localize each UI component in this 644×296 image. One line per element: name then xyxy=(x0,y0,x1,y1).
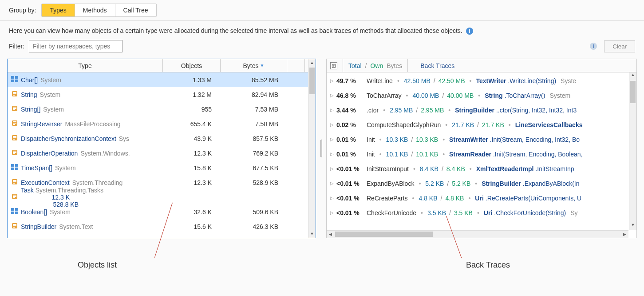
bytes-value: 7.53 MB xyxy=(221,106,287,113)
right-hscrollbar[interactable]: ◀ ▶ xyxy=(327,230,628,238)
own-bytes: 5.2 KB xyxy=(452,180,470,187)
splitter[interactable] xyxy=(320,59,323,238)
table-row[interactable]: StringReverser MassFileProcessing655.4 K… xyxy=(8,116,316,131)
backtrace-row[interactable]: ▷<0.01 %InitStreamInput•8.4 KB/8.4 KB•Xm… xyxy=(327,161,636,176)
scroll-up-icon[interactable]: ▲ xyxy=(308,59,316,67)
expand-icon[interactable]: ▷ xyxy=(330,137,335,142)
table-row[interactable]: Char[] System1.33 M85.52 MB xyxy=(8,72,316,87)
bytes-value: 85.52 MB xyxy=(221,76,287,84)
method-signature: .ExpandByABlock(In xyxy=(523,180,580,187)
expand-icon[interactable]: ▷ xyxy=(330,181,335,186)
expand-icon[interactable]: ▷ xyxy=(330,196,335,200)
expand-icon[interactable]: ▷ xyxy=(330,78,335,83)
svg-rect-15 xyxy=(13,124,15,125)
expand-icon[interactable]: ▷ xyxy=(330,152,335,156)
svg-rect-36 xyxy=(11,208,14,211)
table-row[interactable]: String System1.32 M82.94 MB xyxy=(8,87,316,102)
backtrace-row[interactable]: ▷0.02 %ComputeShapedGlyphRun•21.7 KB/21.… xyxy=(327,117,636,132)
scroll-down-icon[interactable]: ▼ xyxy=(308,230,316,238)
percent-value: <0.01 % xyxy=(336,195,363,202)
table-row[interactable]: TimeSpan[] System15.8 K677.5 KB xyxy=(8,160,316,175)
own-label[interactable]: Own xyxy=(370,62,383,69)
type-namespace: System xyxy=(43,106,64,113)
backtrace-row[interactable]: ▷<0.01 %CheckForUnicode•3.5 KB/3.5 KB•Ur… xyxy=(327,205,636,220)
svg-rect-33 xyxy=(13,195,16,196)
dot-separator: • xyxy=(468,195,470,202)
scroll-thumb[interactable] xyxy=(335,232,433,237)
bytes-value: 7.50 MB xyxy=(221,120,287,128)
table-row[interactable]: StringBuilder System.Text15.6 K426.3 KB xyxy=(8,219,316,234)
info-icon[interactable]: i xyxy=(466,28,473,35)
svg-rect-1 xyxy=(15,76,18,79)
svg-rect-14 xyxy=(13,123,16,124)
backtrace-row[interactable]: ▷0.01 %Init•10.1 KB/10.1 KB•StreamReader… xyxy=(327,147,636,161)
column-bytes[interactable]: Bytes▼ xyxy=(221,59,287,72)
namespace: Syste xyxy=(561,77,576,84)
backtrace-row[interactable]: ▷<0.01 %ReCreateParts•4.8 KB/4.8 KB•Uri.… xyxy=(327,191,636,205)
method-signature: .ReCreateParts(UriComponents, U xyxy=(486,195,581,202)
total-bytes: 42.50 MB xyxy=(404,77,431,84)
total-bytes: 40.00 MB xyxy=(413,92,439,99)
scroll-thumb[interactable] xyxy=(630,81,636,103)
type-namespace: System xyxy=(40,91,61,98)
struct-icon xyxy=(11,208,18,216)
total-label[interactable]: Total xyxy=(348,62,362,69)
type-namespace: System.Windows. xyxy=(80,150,130,157)
annotations: Objects list Back Traces xyxy=(0,238,644,278)
tab-types[interactable]: Types xyxy=(42,4,75,16)
scroll-right-icon[interactable]: ▶ xyxy=(621,232,628,236)
annotation-objects-list: Objects list xyxy=(78,260,117,270)
svg-rect-37 xyxy=(15,208,18,211)
svg-rect-9 xyxy=(13,107,16,108)
tab-call-tree[interactable]: Call Tree xyxy=(115,4,156,16)
expand-icon[interactable]: ▷ xyxy=(330,93,335,98)
back-traces-header: ⊞ Total / Own Bytes Back Traces xyxy=(327,59,636,72)
filter-label: Filter: xyxy=(9,43,24,50)
back-traces-panel: ⊞ Total / Own Bytes Back Traces ▷49.7 %W… xyxy=(326,59,637,238)
expand-icon[interactable]: ▷ xyxy=(330,166,335,171)
group-by-tabs: Types Methods Call Tree xyxy=(41,4,156,17)
expand-icon[interactable]: ▷ xyxy=(330,108,335,112)
column-extra[interactable] xyxy=(287,59,305,72)
class-name: StringBuilder xyxy=(455,107,494,114)
expand-all-icon[interactable]: ⊞ xyxy=(330,62,337,69)
scroll-left-icon[interactable]: ◀ xyxy=(327,232,334,236)
scroll-down-icon[interactable]: ▼ xyxy=(629,223,636,230)
right-vscrollbar[interactable]: ▲ ▼ xyxy=(629,72,636,230)
dot-separator: • xyxy=(379,136,382,143)
objects-value: 43.9 K xyxy=(163,135,221,142)
back-traces-column-label[interactable]: Back Traces xyxy=(420,62,454,69)
bytes-value: 769.2 KB xyxy=(221,150,287,157)
table-row[interactable]: String[] System9557.53 MB xyxy=(8,102,316,116)
percent-value: 0.01 % xyxy=(336,151,363,158)
clear-button[interactable]: Clear xyxy=(604,40,635,52)
scroll-thumb[interactable] xyxy=(309,68,315,94)
expand-icon[interactable]: ▷ xyxy=(330,122,335,127)
bytes-value: 426.3 KB xyxy=(221,223,287,230)
backtrace-row[interactable]: ▷46.8 %ToCharArray•40.00 MB/40.00 MB•Str… xyxy=(327,88,636,103)
struct-icon xyxy=(11,164,18,172)
scroll-up-icon[interactable]: ▲ xyxy=(629,72,636,80)
backtrace-row[interactable]: ▷3.44 %.ctor•2.95 MB/2.95 MB•StringBuild… xyxy=(327,103,636,117)
column-type[interactable]: Type xyxy=(8,59,163,72)
dot-separator: • xyxy=(443,136,445,143)
objects-value: 12.3 K xyxy=(163,179,221,186)
svg-rect-38 xyxy=(11,212,14,214)
table-row[interactable]: DispatcherSynchronizationContext Sys43.9… xyxy=(8,131,316,146)
backtrace-row[interactable]: ▷49.7 %WriteLine•42.50 MB/42.50 MB•TextW… xyxy=(327,73,636,88)
tab-methods[interactable]: Methods xyxy=(75,4,115,16)
backtrace-row[interactable]: ▷<0.01 %ExpandByABlock•5.2 KB/5.2 KB•Str… xyxy=(327,176,636,191)
svg-rect-43 xyxy=(13,227,15,228)
svg-rect-21 xyxy=(13,151,16,152)
type-namespace: System xyxy=(55,164,76,172)
table-row[interactable]: Task System.Threading.Tasks12.3 K528.8 K… xyxy=(8,190,316,204)
filter-input[interactable] xyxy=(29,40,122,52)
column-objects[interactable]: Objects xyxy=(163,59,221,72)
filter-info-icon[interactable]: i xyxy=(590,43,597,50)
table-row[interactable]: DispatcherOperation System.Windows.12.3 … xyxy=(8,146,316,160)
annotation-back-traces: Back Traces xyxy=(466,260,510,270)
backtrace-row[interactable]: ▷0.01 %Init•10.3 KB/10.3 KB•StreamWriter… xyxy=(327,132,636,147)
own-bytes: 4.8 KB xyxy=(445,195,464,202)
expand-icon[interactable]: ▷ xyxy=(330,210,335,215)
left-scrollbar[interactable]: ▲ ▼ xyxy=(308,59,316,238)
